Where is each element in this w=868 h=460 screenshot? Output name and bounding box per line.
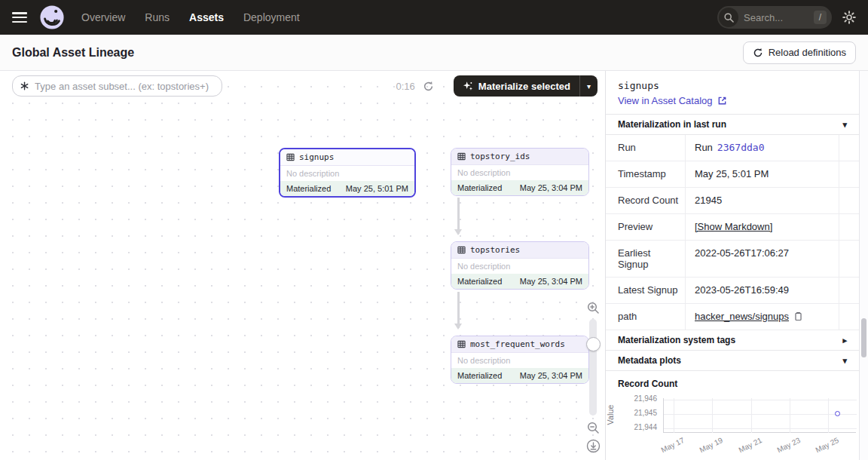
asset-node-description: No description [451,165,588,180]
row-label: Earliest Signup [606,241,686,277]
record-count-chart: Value 21,946 21,945 21,944 May 17 May 19… [606,392,859,460]
zoom-controls [584,302,602,458]
asset-subset-filter[interactable] [12,75,222,97]
section-materialization-system-tags[interactable]: Materialization system tags ▸ [606,330,859,351]
search-input[interactable] [744,12,804,23]
nav-item-deployment[interactable]: Deployment [243,11,300,23]
dagster-logo-icon[interactable] [39,5,65,30]
table-row-preview: Preview [Show Markdown] [606,214,859,241]
refresh-icon [753,48,763,58]
asset-node-timestamp: May 25, 3:04 PM [520,277,582,286]
asset-subset-input[interactable] [35,81,214,92]
asset-node-signups[interactable]: signups No description Materialized May … [279,148,416,198]
row-label: Record Count [606,188,686,213]
zoom-slider[interactable] [589,319,597,416]
show-markdown-link[interactable]: [Show Markdown] [695,221,772,232]
materialize-dropdown-caret[interactable]: ▾ [580,75,598,97]
asset-node-timestamp: May 25, 5:01 PM [346,184,408,193]
asset-node-description: No description [451,259,588,274]
section-label: Materialization in last run [618,119,726,130]
row-value: 21945 [686,188,839,213]
asset-node-topstory-ids[interactable]: topstory_ids No description Materialized… [451,148,589,196]
run-id-link[interactable]: 2367dda0 [717,142,765,153]
nav-item-assets[interactable]: Assets [189,11,224,23]
x-tick: May 23 [766,436,802,459]
table-icon [286,153,295,161]
scrollbar-thumb[interactable] [861,318,866,357]
metadata-plot-title: Record Count [606,371,859,389]
asset-node-status: Materialized [286,184,331,193]
table-row-latest-signup: Latest Signup 2023-05-26T16:59:49 [606,278,859,304]
row-label: Run [606,135,686,161]
menu-icon[interactable] [12,12,27,23]
section-materialization-last-run[interactable]: Materialization in last run ▾ [606,115,859,135]
asset-node-description: No description [451,353,588,368]
asset-node-timestamp: May 25, 3:04 PM [520,371,582,380]
chart-plot-area: May 17 May 19 May 21 May 23 May 25 [663,398,856,433]
external-link-icon [717,96,727,106]
chart-y-axis-label: Value [606,404,615,425]
edge-topstories-to-most-frequent-words [457,292,460,328]
copy-icon[interactable] [793,311,803,321]
row-value: 2023-05-26T16:59:49 [686,278,839,303]
view-in-asset-catalog-link[interactable]: View in Asset Catalog [618,95,847,106]
table-icon [457,152,466,161]
op-selector-icon [20,81,29,90]
reload-definitions-label: Reload definitions [769,47,846,58]
edge-topstory-ids-to-topstories [457,198,460,234]
section-metadata-plots[interactable]: Metadata plots ▾ [606,351,859,371]
download-image-icon[interactable] [584,439,602,453]
search-shortcut-badge: / [814,11,827,24]
asset-node-name: most_frequent_words [470,339,565,349]
asset-graph-canvas[interactable]: 0:16 Materialize selected ▾ [0,71,606,460]
refresh-icon[interactable] [423,81,434,92]
chevron-right-icon: ▸ [842,336,847,345]
data-point[interactable] [835,411,840,416]
row-label: Preview [606,214,686,240]
row-value: 2022-05-26T17:06:27 [686,241,839,277]
sidebar-scrollbar[interactable] [859,71,868,460]
materialize-selected-button[interactable]: Materialize selected ▾ [454,75,598,97]
section-label: Metadata plots [618,355,681,366]
y-tick: 21,944 [624,423,657,431]
asset-node-topstories[interactable]: topstories No description Materialized M… [451,241,589,290]
row-label: Latest Signup [606,278,686,303]
zoom-slider-handle[interactable] [586,337,601,351]
asset-node-status: Materialized [457,183,502,192]
nav-item-runs[interactable]: Runs [145,11,170,23]
asset-node-most-frequent-words[interactable]: most_frequent_words No description Mater… [451,336,589,384]
chevron-down-icon: ▾ [842,120,847,130]
settings-gear-icon[interactable] [842,11,856,24]
zoom-in-icon[interactable] [584,302,602,314]
page-header: Global Asset Lineage Reload definitions [0,35,868,71]
row-label: path [606,304,686,330]
section-label: Materialization system tags [618,335,735,345]
asset-node-name: topstories [470,245,520,255]
nav-links: Overview Runs Assets Deployment [81,11,300,23]
table-row-timestamp: Timestamp May 25, 5:01 PM [606,161,859,188]
asset-node-status: Materialized [457,371,502,380]
zoom-out-icon[interactable] [584,422,602,434]
y-tick: 21,945 [624,409,657,417]
sidebar-asset-name: signups [618,80,847,91]
path-link[interactable]: hacker_news/signups [695,311,789,322]
row-value: May 25, 5:01 PM [686,161,839,187]
sparkle-icon [463,81,473,91]
table-icon [457,340,466,348]
chevron-down-icon: ▾ [842,356,847,366]
global-search[interactable]: / [717,6,832,29]
top-nav: Overview Runs Assets Deployment / [0,0,868,35]
asset-node-status: Materialized [457,277,502,286]
x-tick: May 17 [649,436,686,459]
table-row-run: Run Run 2367dda0 [606,135,859,161]
x-tick: May 19 [688,436,724,459]
page-title: Global Asset Lineage [12,46,134,60]
search-icon [719,8,738,27]
nav-item-overview[interactable]: Overview [81,11,125,23]
table-row-path: path hacker_news/signups [606,304,859,330]
asset-details-sidebar: signups View in Asset Catalog Materializ… [606,71,859,460]
asset-node-name: topstory_ids [470,152,530,161]
table-row-record-count: Record Count 21945 [606,188,859,214]
reload-definitions-button[interactable]: Reload definitions [743,41,856,64]
row-label: Timestamp [606,161,686,187]
